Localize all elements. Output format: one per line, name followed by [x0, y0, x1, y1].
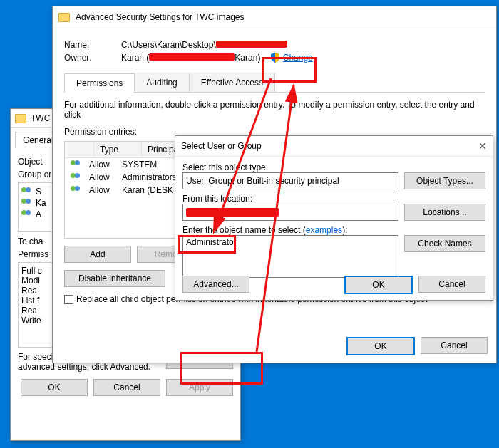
sel-advanced-button[interactable]: Advanced...: [182, 276, 250, 293]
owner-key: Owner:: [64, 53, 121, 63]
object-names-input[interactable]: Administrator: [182, 235, 398, 278]
location-label: From this location:: [182, 194, 485, 204]
apply-button[interactable]: Apply: [166, 379, 233, 396]
tab-permissions[interactable]: Permissions: [64, 73, 135, 93]
ok-button[interactable]: OK: [21, 379, 88, 396]
location-field: [182, 204, 398, 221]
users-icon: [71, 160, 82, 169]
object-names-label: Enter the object name to select (example…: [182, 225, 485, 235]
sel-ok-button[interactable]: OK: [344, 276, 413, 294]
tab-auditing[interactable]: Auditing: [134, 73, 189, 92]
locations-button[interactable]: Locations...: [404, 204, 485, 221]
select-user-dialog: Select User or Group ✕ Select this objec…: [175, 135, 493, 301]
adv-titlebar: Advanced Security Settings for TWC image…: [53, 6, 496, 28]
name-value: C:\Users\Karan\Desktop\: [121, 40, 287, 50]
add-button[interactable]: Add: [64, 246, 131, 263]
disable-inheritance-button[interactable]: Disable inheritance: [64, 270, 165, 287]
owner-value: Karan (Karan) Change: [121, 53, 313, 63]
users-icon: [71, 186, 82, 194]
users-icon: [71, 173, 82, 182]
adv-ok-button[interactable]: OK: [346, 337, 415, 355]
folder-icon: [15, 114, 26, 123]
close-icon[interactable]: ✕: [478, 140, 487, 152]
examples-link[interactable]: examples: [306, 225, 342, 235]
folder-icon: [58, 13, 70, 22]
users-icon: [21, 199, 33, 207]
sel-cancel-button[interactable]: Cancel: [418, 276, 485, 293]
properties-title: TWC: [31, 109, 50, 127]
adv-title: Advanced Security Settings for TWC image…: [76, 12, 245, 22]
object-type-field: User, Group, or Built-in security princi…: [182, 172, 398, 189]
tab-effective-access[interactable]: Effective Access: [189, 73, 275, 92]
adv-cancel-button[interactable]: Cancel: [421, 337, 488, 354]
object-types-button[interactable]: Object Types...: [404, 172, 485, 189]
object-type-label: Select this object type:: [182, 162, 485, 172]
cancel-button[interactable]: Cancel: [93, 379, 160, 396]
replace-checkbox[interactable]: [64, 295, 73, 304]
name-key: Name:: [64, 40, 121, 50]
change-owner-link[interactable]: Change: [283, 53, 313, 63]
check-names-button[interactable]: Check Names: [404, 235, 485, 252]
shield-icon: [270, 53, 280, 63]
users-icon: [21, 187, 33, 196]
users-icon: [21, 210, 33, 219]
adv-tabstrip: Permissions Auditing Effective Access: [64, 73, 485, 93]
sel-title: Select User or Group: [181, 141, 262, 151]
sel-titlebar: Select User or Group ✕: [175, 136, 493, 157]
info-text: For additional information, double-click…: [64, 100, 485, 120]
